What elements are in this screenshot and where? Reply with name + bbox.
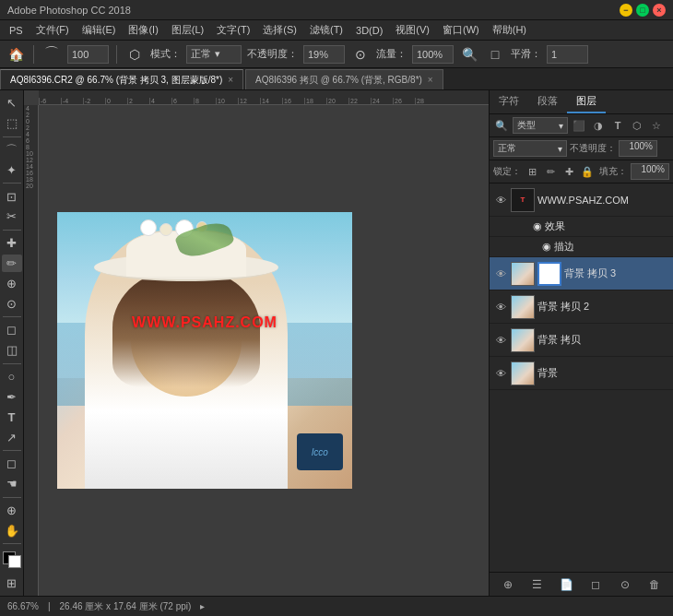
layer-styles-icon[interactable]: ⊙ (617, 576, 633, 593)
brush-icon[interactable]: ⌒ (41, 44, 62, 65)
lock-pixels-icon[interactable]: ✏ (543, 164, 558, 179)
layer-eye-text[interactable]: 👁 (493, 193, 508, 207)
tab-1[interactable]: AQ8I6396.CR2 @ 66.7% (背景 拷贝 3, 图层蒙版/8*) … (0, 69, 243, 89)
ruler-mark: 24 (371, 98, 393, 104)
lock-all-icon[interactable]: 🔒 (580, 164, 595, 179)
smart-filter-icon[interactable]: ☆ (648, 117, 665, 134)
adjust-filter-icon[interactable]: ◑ (590, 117, 607, 134)
ruler-left-mark: 4 (24, 131, 38, 137)
quick-mask-mode[interactable]: ⊞ (2, 574, 22, 592)
opacity-input[interactable]: 19% (303, 45, 345, 64)
menu-view[interactable]: 视图(V) (390, 21, 435, 39)
canvas-rotate-icon[interactable]: □ (485, 44, 505, 65)
tab-2-close[interactable]: × (428, 75, 433, 85)
gradient-tool[interactable]: ◫ (2, 341, 22, 360)
background-color[interactable] (8, 555, 21, 568)
magic-wand-tool[interactable]: ✦ (2, 160, 22, 179)
hand-tool[interactable]: ☚ (2, 475, 22, 493)
layer-name-bg: 背景 (537, 366, 669, 380)
layer-eye-bg[interactable]: 👁 (493, 366, 508, 381)
text-filter-icon[interactable]: T (609, 117, 626, 134)
dodge-tool[interactable]: ○ (2, 368, 22, 386)
menu-select[interactable]: 选择(S) (257, 21, 302, 39)
create-group-icon[interactable]: ☰ (529, 576, 546, 593)
tool-sep-8 (3, 543, 21, 544)
tab-paragraph[interactable]: 段落 (528, 90, 567, 113)
lasso-tool[interactable]: ⌒ (2, 141, 22, 160)
menu-edit[interactable]: 编辑(E) (77, 21, 122, 39)
crop-tool[interactable]: ⊡ (2, 187, 22, 206)
brush-shape-icon[interactable]: ⬡ (124, 44, 145, 65)
type-tool[interactable]: T (2, 408, 22, 426)
tab-1-close[interactable]: × (228, 75, 233, 85)
menu-window[interactable]: 窗口(W) (437, 21, 485, 39)
layer-item-text[interactable]: 👁 T WWW.PSAHZ.COM (490, 184, 673, 217)
shape-filter-icon[interactable]: ⬡ (629, 117, 645, 134)
path-selection-tool[interactable]: ↗ (2, 428, 22, 446)
mode-dropdown[interactable]: 正常 ▾ (186, 45, 242, 64)
pan-tool[interactable]: ✋ (2, 521, 22, 539)
pen-tool[interactable]: ✒ (2, 388, 22, 407)
zoom-level: 66.67% (7, 601, 39, 611)
layer-effects-item[interactable]: 👁 ◉ 效果 (490, 217, 673, 237)
layer-eye-bg-copy3[interactable]: 👁 (493, 267, 508, 281)
menu-type[interactable]: 文字(T) (211, 21, 255, 39)
layer-stroke-item[interactable]: 👁 ◉ 描边 (490, 237, 673, 257)
layer-item-bg-copy3[interactable]: 👁 背景 拷贝 3 (490, 257, 673, 290)
lock-transparent-icon[interactable]: ⊞ (525, 164, 539, 179)
tab-bar: AQ8I6396.CR2 @ 66.7% (背景 拷贝 3, 图层蒙版/8*) … (0, 68, 673, 90)
ruler-left-mark: 2 (24, 124, 38, 131)
layer-item-bg-copy[interactable]: 👁 背景 拷贝 (490, 324, 673, 357)
ruler-left-mark: 0 (24, 118, 38, 124)
color-swatches[interactable] (3, 551, 21, 568)
layer-eye-bg-copy[interactable]: 👁 (493, 333, 508, 348)
layer-item-bg-copy2[interactable]: 👁 背景 拷贝 2 (490, 290, 673, 324)
lock-label: 锁定： (493, 165, 521, 178)
menu-help[interactable]: 帮助(H) (487, 21, 532, 39)
magnify-icon[interactable]: 🔍 (459, 44, 479, 65)
history-tool[interactable]: ⊙ (2, 294, 22, 313)
layer-type-dropdown[interactable]: 类型 ▾ (513, 117, 568, 134)
opacity-value-layers[interactable]: 100% (619, 140, 657, 157)
pixel-filter-icon[interactable]: ⬛ (571, 117, 587, 134)
eraser-tool[interactable]: ◻ (2, 321, 22, 339)
marquee-tool[interactable]: ⬚ (2, 114, 22, 133)
brush-size-box[interactable]: 100 (67, 45, 109, 64)
menu-filter[interactable]: 滤镜(T) (304, 21, 348, 39)
menu-layer[interactable]: 图层(L) (166, 21, 209, 39)
add-mask-icon[interactable]: ◻ (587, 576, 604, 593)
tab-layers[interactable]: 图层 (567, 90, 606, 113)
menu-3d[interactable]: 3D(D) (350, 23, 388, 38)
add-adjustment-icon[interactable]: ⊕ (500, 576, 516, 593)
shape-tool[interactable]: ◻ (2, 455, 22, 473)
zoom-tool[interactable]: ⊕ (2, 502, 22, 520)
move-tool[interactable]: ↖ (2, 94, 22, 113)
tab-1-label: AQ8I6396.CR2 @ 66.7% (背景 拷贝 3, 图层蒙版/8*) (10, 74, 222, 87)
menu-image[interactable]: 图像(I) (123, 21, 163, 39)
create-layer-icon[interactable]: 📄 (559, 576, 575, 593)
delete-layer-icon[interactable]: 🗑 (646, 576, 663, 593)
dimensions-arrow[interactable]: ▸ (200, 601, 205, 611)
layer-eye-bg-copy2[interactable]: 👁 (493, 300, 508, 314)
window-controls: − □ × (620, 4, 666, 17)
lock-position-icon[interactable]: ✚ (561, 164, 576, 179)
healing-tool[interactable]: ✚ (2, 234, 22, 253)
layer-item-bg[interactable]: 👁 背景 (490, 357, 673, 390)
menu-ps[interactable]: PS (4, 23, 29, 38)
minimize-button[interactable]: − (620, 4, 632, 17)
lock-row: 锁定： ⊞ ✏ ✚ 🔒 填充： 100% (490, 160, 673, 184)
fill-value[interactable]: 100% (631, 163, 669, 180)
flow-input[interactable]: 100% (412, 45, 454, 64)
clone-tool[interactable]: ⊕ (2, 274, 22, 292)
maximize-button[interactable]: □ (636, 4, 649, 17)
close-button[interactable]: × (653, 4, 666, 17)
blend-mode-dropdown[interactable]: 正常 ▾ (493, 140, 567, 157)
tab-character[interactable]: 字符 (490, 90, 528, 113)
smooth-input[interactable]: 1 (547, 45, 588, 64)
brush-tool[interactable]: ✏ (2, 255, 22, 273)
menu-file[interactable]: 文件(F) (30, 21, 75, 39)
tab-2[interactable]: AQ8I6396 拷贝 @ 66.7% (背景, RGB/8*) × (245, 69, 443, 89)
eyedropper-tool[interactable]: ✂ (2, 207, 22, 226)
airbrush-icon[interactable]: ⊙ (350, 44, 371, 65)
brush-preset-icon[interactable]: 🏠 (6, 44, 26, 65)
